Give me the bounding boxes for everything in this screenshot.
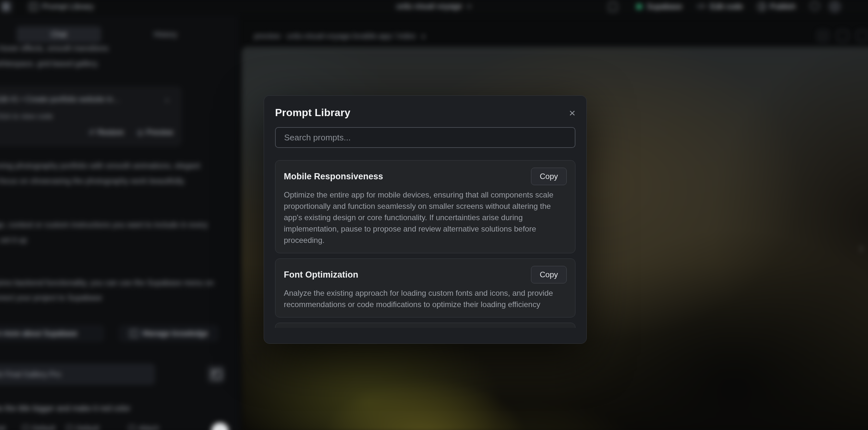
tab-history[interactable]: History — [133, 26, 198, 43]
book-icon — [129, 330, 138, 337]
chat-line: animations. Subtle hover effects, smooth… — [0, 41, 231, 56]
close-icon[interactable]: × — [569, 108, 576, 118]
book-icon — [29, 3, 38, 10]
composer-attach-button[interactable]: Attach — [129, 424, 159, 430]
composer-mode-label: Chat — [0, 424, 5, 430]
add-image-button[interactable] — [208, 366, 225, 383]
pencil-icon — [66, 425, 73, 430]
tab-chat-label: Chat — [17, 26, 101, 43]
refresh-icon[interactable]: ⟳ — [817, 30, 829, 41]
composer-default-button[interactable]: Default — [22, 424, 55, 430]
eye-icon: ◎ — [137, 128, 143, 136]
prompt-list: Mobile Responsiveness Copy Optimize the … — [275, 160, 576, 328]
manage-knowledge-label: Manage knowledge — [143, 329, 208, 338]
avatar[interactable] — [829, 0, 841, 13]
prompt-card: Font Optimization Copy Analyze the exist… — [275, 258, 576, 317]
attachment-chip-label: ck Final Gallery Pro — [0, 370, 61, 378]
sliders-icon — [22, 425, 29, 430]
globe-icon — [757, 2, 766, 11]
code-icon: </> — [697, 2, 706, 11]
edit-summary-card[interactable]: Edit #1 • Create portfolio website in… ›… — [0, 87, 181, 146]
composer-attach-label: Attach — [138, 424, 159, 430]
send-button[interactable]: ↑ — [212, 423, 229, 430]
edit-card-title: Edit #1 • Create portfolio website in… — [0, 95, 120, 105]
supabase-button[interactable]: Supabase — [647, 2, 682, 11]
publish-button[interactable]: Publish — [770, 2, 796, 11]
assistant-message-lines: animations. Subtle hover effects, smooth… — [0, 41, 231, 71]
top-bar-actions: Supabase </> Edit code Publish — [609, 0, 868, 16]
prompt-library-menu-label: Prompt Library — [42, 2, 94, 11]
prompt-body: Analyze the existing approach for loadin… — [284, 287, 567, 310]
preview-toolbar: preview · urdu-visual-voyage.lovable.app… — [242, 28, 868, 47]
image-icon — [212, 370, 221, 379]
edit-code-button[interactable]: Edit code — [710, 2, 743, 11]
prompt-title: Mobile Responsiveness — [284, 172, 383, 182]
heart-icon — [3, 3, 9, 10]
restore-button[interactable]: ↺Restore — [89, 128, 124, 137]
learn-supabase-label: Learn more about Supabase — [0, 329, 78, 338]
tab-history-label: History — [154, 30, 177, 39]
composer-mode-button[interactable]: Chat — [0, 424, 5, 430]
project-name: urdu visual voyage — [396, 2, 462, 11]
edit-card-subtitle: Click to view code — [0, 112, 173, 121]
prompt-card — [275, 322, 576, 328]
assistant-paragraph: I've created a stunning photography port… — [0, 158, 215, 188]
breadcrumb-text: preview · urdu-visual-voyage.lovable.app… — [254, 31, 415, 40]
composer-model-button[interactable]: Default — [66, 424, 99, 430]
manage-knowledge-button[interactable]: Manage knowledge — [120, 326, 218, 341]
prompt-library-dialog: Prompt Library × Mobile Responsiveness C… — [264, 95, 587, 344]
chevron-down-icon: ∨ — [421, 32, 426, 40]
top-bar: Prompt Library urdu visual voyage ∨ Supa… — [0, 0, 868, 16]
panel-expand-chevron-icon[interactable]: › — [859, 240, 864, 256]
invite-icon[interactable] — [810, 1, 819, 10]
device-toggle-icon[interactable] — [837, 30, 848, 41]
composer-toolbar: Chat Default Default Attach ↑ — [0, 423, 238, 430]
open-external-icon[interactable] — [857, 30, 868, 41]
restore-icon: ↺ — [89, 128, 95, 136]
copy-button[interactable]: Copy — [531, 168, 567, 185]
assistant-paragraph: If your project requires backend functio… — [0, 275, 215, 305]
composer-model-label: Default — [76, 424, 99, 430]
prompt-body: Optimize the entire app for mobile devic… — [284, 189, 567, 246]
chat-line: layout. Generous whitespace, grid-based … — [0, 56, 231, 71]
preview-breadcrumb[interactable]: preview · urdu-visual-voyage.lovable.app… — [254, 31, 426, 40]
dialog-title: Prompt Library — [275, 107, 350, 119]
prompt-title: Font Optimization — [284, 270, 358, 280]
copy-button[interactable]: Copy — [531, 266, 567, 283]
supabase-status-icon — [636, 4, 642, 9]
bell-icon[interactable] — [609, 2, 617, 11]
app-window: Prompt Library urdu visual voyage ∨ Supa… — [0, 0, 868, 430]
project-title-dropdown[interactable]: urdu visual voyage ∨ — [396, 2, 472, 11]
attach-icon — [129, 425, 135, 430]
chevron-down-icon: ∨ — [467, 2, 472, 10]
user-message: Can you make the title bigger and make i… — [0, 404, 280, 413]
assistant-paragraph: If there's knowledge, context or custom … — [0, 217, 215, 247]
app-logo[interactable] — [0, 0, 13, 13]
search-input[interactable] — [275, 127, 576, 148]
prompt-library-menu-item[interactable]: Prompt Library — [29, 1, 94, 12]
attachment-chip[interactable]: ck Final Gallery Pro — [0, 364, 155, 385]
learn-supabase-button[interactable]: Learn more about Supabase — [0, 326, 104, 341]
arrow-up-icon: ↑ — [218, 426, 222, 430]
chevron-right-icon: › — [166, 95, 169, 105]
composer-default-label: Default — [32, 424, 55, 430]
preview-button[interactable]: ◎Preview — [137, 128, 173, 137]
prompt-card: Mobile Responsiveness Copy Optimize the … — [275, 160, 576, 253]
tab-chat[interactable]: Chat — [17, 26, 101, 43]
chat-sidebar: Chat History animations. Subtle hover ef… — [0, 16, 238, 430]
